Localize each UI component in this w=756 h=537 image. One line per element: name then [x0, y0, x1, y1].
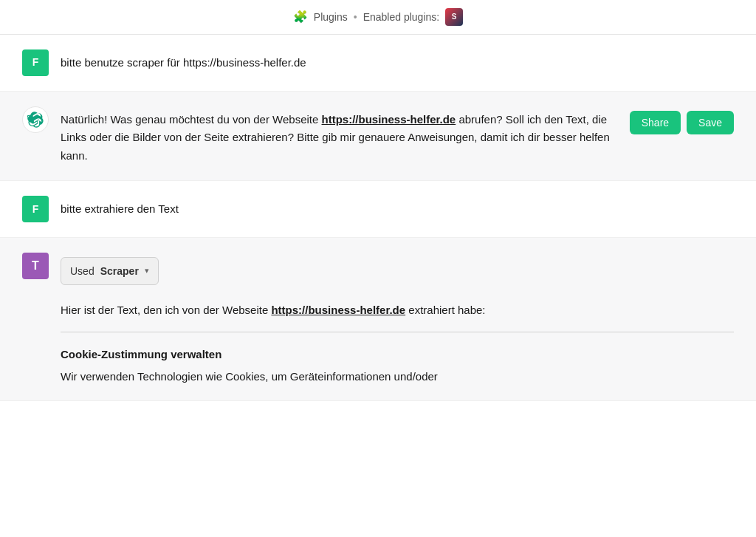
enabled-plugins-label: Enabled plugins:: [363, 9, 440, 25]
scraped-section-title: Cookie-Zustimmung verwalten: [61, 346, 734, 363]
tool-name-label: Scraper: [100, 263, 139, 279]
content-divider: [61, 332, 734, 332]
share-button[interactable]: Share: [630, 111, 681, 134]
tool-avatar: T: [22, 253, 49, 279]
puzzle-icon: 🧩: [293, 7, 308, 27]
business-helfer-link-1[interactable]: https://business-helfer.de: [322, 113, 456, 126]
assistant-avatar: [22, 106, 49, 133]
business-helfer-link-2[interactable]: https://business-helfer.de: [271, 304, 405, 316]
chevron-down-icon: ▾: [145, 264, 149, 278]
save-button[interactable]: Save: [687, 111, 734, 134]
user-message-content-2: bitte extrahiere den Text: [61, 196, 734, 219]
user-avatar-1: F: [22, 49, 49, 76]
assistant-message-text-1: Natürlich! Was genau möchtest du von der…: [61, 111, 618, 165]
message-action-buttons: Share Save: [630, 106, 734, 134]
plugin-icon[interactable]: S: [445, 8, 463, 26]
user-avatar-2: F: [22, 196, 49, 222]
tool-message-1: T Used Scraper ▾ Hier ist der Text, den …: [0, 238, 756, 401]
assistant-message-1: Natürlich! Was genau möchtest du von der…: [0, 92, 756, 181]
assistant-message-content-1: Natürlich! Was genau möchtest du von der…: [61, 106, 618, 165]
chat-container: F bitte benutze scraper für https://busi…: [0, 35, 756, 401]
scraped-content: Hier ist der Text, den ich von der Webse…: [61, 301, 734, 386]
used-scraper-dropdown[interactable]: Used Scraper ▾: [61, 257, 159, 285]
plugins-label: Plugins: [314, 9, 348, 25]
user-message-content-1: bitte benutze scraper für https://busine…: [61, 49, 734, 72]
tool-used-label: Used: [70, 263, 94, 279]
user-message-text-1: bitte benutze scraper für https://busine…: [61, 54, 734, 72]
scraper-intro-text: Hier ist der Text, den ich von der Webse…: [61, 301, 734, 320]
user-message-2: F bitte extrahiere den Text: [0, 181, 756, 238]
user-message-text-2: bitte extrahiere den Text: [61, 200, 734, 219]
separator: •: [354, 9, 357, 25]
tool-message-content: Used Scraper ▾ Hier ist der Text, den ic…: [61, 253, 734, 386]
header-plugins-bar: 🧩 Plugins • Enabled plugins: S: [0, 0, 756, 35]
scraped-section-text: Wir verwenden Technologien wie Cookies, …: [61, 368, 734, 386]
user-message-1: F bitte benutze scraper für https://busi…: [0, 35, 756, 92]
